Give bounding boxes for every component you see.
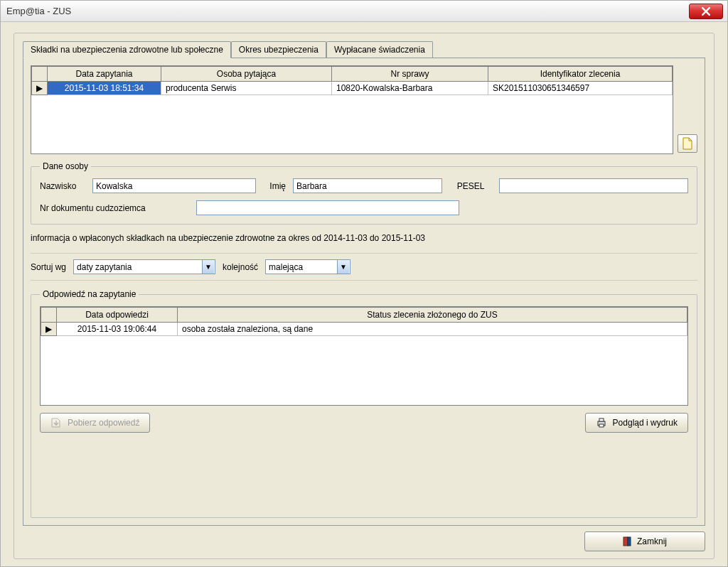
resp-col-date[interactable]: Data odpowiedzi <box>57 308 178 323</box>
tab-skladki[interactable]: Składki na ubezpieczenia zdrowotne lub s… <box>23 41 231 58</box>
close-button[interactable]: Zamknij <box>584 531 705 551</box>
chevron-down-icon: ▼ <box>202 260 214 274</box>
title-bar: Emp@tia - ZUS <box>1 1 727 22</box>
resp-col-marker <box>41 308 57 323</box>
svg-rect-1 <box>599 418 604 421</box>
document-icon <box>682 137 693 150</box>
bottom-bar: Zamknij <box>23 531 705 551</box>
preview-print-button[interactable]: Podgląd i wydruk <box>585 413 688 433</box>
content-area: Składki na ubezpieczenia zdrowotne lub s… <box>1 22 727 566</box>
query-cell-order[interactable]: SK201511030651346597 <box>488 82 673 95</box>
name-label: Imię <box>263 181 286 191</box>
query-col-marker <box>32 67 48 82</box>
query-grid-area: Data zapytania Osoba pytająca Nr sprawy … <box>31 65 697 154</box>
resp-cell-status[interactable]: osoba została znaleziona, są dane <box>178 323 687 336</box>
chevron-down-icon: ▼ <box>337 260 349 274</box>
surname-label: Nazwisko <box>40 181 85 191</box>
svg-rect-2 <box>599 424 604 427</box>
query-table: Data zapytania Osoba pytająca Nr sprawy … <box>31 66 673 95</box>
row-marker-icon: ▶ <box>41 323 57 336</box>
response-grid[interactable]: Data odpowiedzi Status zlecenia złożoneg… <box>40 306 688 406</box>
resp-col-status[interactable]: Status zlecenia złożonego do ZUS <box>178 308 687 323</box>
query-col-order[interactable]: Identyfikator zlecenia <box>488 67 673 82</box>
sort-by-value: daty zapytania <box>77 262 132 272</box>
docnr-field[interactable] <box>196 200 459 215</box>
sort-by-select[interactable]: daty zapytania ▼ <box>73 259 215 274</box>
response-buttons: Pobierz odpowiedź Podgląd i wydruk <box>40 413 688 433</box>
window-title: Emp@tia - ZUS <box>6 6 71 16</box>
table-row[interactable]: ▶ 2015-11-03 18:51:34 producenta Serwis … <box>32 82 673 95</box>
download-response-button[interactable]: Pobierz odpowiedź <box>40 413 150 433</box>
door-icon <box>623 536 631 546</box>
svg-rect-3 <box>623 537 628 546</box>
docnr-label: Nr dokumentu cudzoziemca <box>40 203 189 213</box>
response-group: Odpowiedź na zapytanie Data odpowiedzi S… <box>31 289 697 518</box>
svg-rect-4 <box>628 537 631 546</box>
window-close-button[interactable] <box>689 4 723 19</box>
row-marker-icon: ▶ <box>32 82 48 95</box>
outer-panel: Składki na ubezpieczenia zdrowotne lub s… <box>14 33 714 559</box>
resp-cell-date[interactable]: 2015-11-03 19:06:44 <box>57 323 178 336</box>
query-grid[interactable]: Data zapytania Osoba pytająca Nr sprawy … <box>31 65 673 154</box>
download-label: Pobierz odpowiedź <box>68 418 139 428</box>
pesel-label: PESEL <box>449 181 492 191</box>
sort-order-select[interactable]: malejąca ▼ <box>265 259 350 274</box>
tab-okres[interactable]: Okres ubezpieczenia <box>231 41 326 58</box>
response-table: Data odpowiedzi Status zlecenia złożoneg… <box>41 307 687 336</box>
query-col-case[interactable]: Nr sprawy <box>332 67 488 82</box>
tab-body: Data zapytania Osoba pytająca Nr sprawy … <box>23 58 705 526</box>
query-col-date[interactable]: Data zapytania <box>48 67 161 82</box>
new-document-button[interactable] <box>678 134 697 153</box>
preview-label: Podgląd i wydruk <box>613 418 678 428</box>
name-field[interactable] <box>293 178 442 193</box>
download-icon <box>50 417 62 428</box>
query-cell-date[interactable]: 2015-11-03 18:51:34 <box>48 82 161 95</box>
surname-field[interactable] <box>92 178 256 193</box>
person-group: Dane osoby Nazwisko Imię PESEL Nr dokume… <box>31 161 697 225</box>
info-line: informacja o wpłaconych składkach na ube… <box>31 232 697 244</box>
app-window: Emp@tia - ZUS Składki na ubezpieczenia z… <box>0 0 728 567</box>
tab-strip: Składki na ubezpieczenia zdrowotne lub s… <box>23 40 705 58</box>
order-label: kolejność <box>223 262 258 272</box>
printer-icon <box>596 417 607 428</box>
query-cell-case[interactable]: 10820-Kowalska-Barbara <box>332 82 488 95</box>
person-legend: Dane osoby <box>40 161 91 171</box>
response-legend: Odpowiedź na zapytanie <box>40 289 139 299</box>
query-cell-person[interactable]: producenta Serwis <box>161 82 332 95</box>
pesel-field[interactable] <box>499 178 688 193</box>
sort-order-value: malejąca <box>269 262 303 272</box>
close-label: Zamknij <box>637 536 667 546</box>
close-icon <box>702 7 710 16</box>
sort-row: Sortuj wg daty zapytania ▼ kolejność mal… <box>31 253 697 281</box>
tab-swiadczenia[interactable]: Wypłacane świadczenia <box>326 41 433 58</box>
sort-label: Sortuj wg <box>31 262 66 272</box>
table-row[interactable]: ▶ 2015-11-03 19:06:44 osoba została znal… <box>41 323 687 336</box>
query-col-person[interactable]: Osoba pytająca <box>161 67 332 82</box>
